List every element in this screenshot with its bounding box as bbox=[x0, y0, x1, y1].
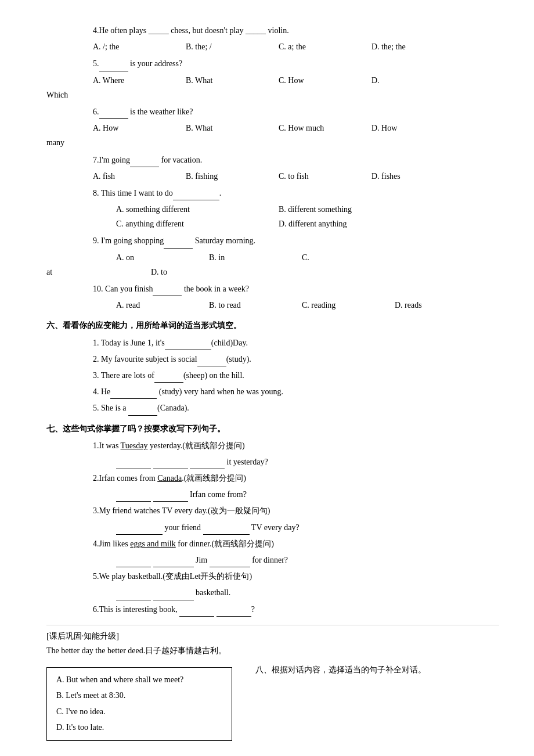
s7-q4-orig: 4.Jim likes eggs and milk for dinner.(就画… bbox=[46, 537, 499, 551]
section8-layout: A. But when and where shall we meet? B. … bbox=[46, 663, 499, 741]
q6-choice-b: B. What bbox=[186, 121, 279, 135]
section8-box: A. But when and where shall we meet? B. … bbox=[46, 663, 244, 741]
q8-choices-row2: C. anything different D. different anyth… bbox=[46, 217, 499, 231]
q8-choice-c: C. anything different bbox=[116, 217, 267, 231]
q5-choice-b: B. What bbox=[186, 73, 279, 88]
q7-text: 7.I'm going for vacation. bbox=[46, 153, 499, 167]
box-item-c: C. I've no idea. bbox=[56, 704, 222, 719]
q5-choice-d: D. bbox=[371, 73, 464, 88]
answer-options-box: A. But when and where shall we meet? B. … bbox=[46, 667, 232, 741]
section-7: 七、这些句式你掌握了吗？按要求改写下列句子。 1.It was Tuesday … bbox=[46, 422, 499, 617]
s6-q4: 4. He (study) very hard when he was youn… bbox=[46, 384, 499, 399]
s6-q5: 5. She is a (Canada). bbox=[46, 401, 499, 415]
bottom-note: [课后巩固·知能升级] The better day the better de… bbox=[46, 625, 499, 658]
s7-q1-blank: it yesterday? bbox=[46, 455, 499, 469]
section8-title: 八、根据对话内容，选择适当的句子补全对话。 bbox=[255, 665, 426, 674]
s7-q5-blank: basketball. bbox=[46, 585, 499, 600]
s7-q2-orig: 2.Irfan comes from Canada.(就画线部分提问) bbox=[46, 471, 499, 485]
q10-choice-c: C. reading bbox=[302, 298, 395, 312]
q8-choice-d: D. different anything bbox=[279, 217, 347, 231]
q7-choice-d: D. fishes bbox=[371, 169, 464, 183]
s7-q5-orig: 5.We play basketball.(变成由Let开头的祈使句) bbox=[46, 569, 499, 584]
q9-choice-b: B. in bbox=[209, 250, 302, 265]
s7-q4-blank: Jim for dinner? bbox=[46, 553, 499, 567]
q4-choice-a: A. /; the bbox=[93, 39, 186, 54]
q10-choice-b: B. to read bbox=[209, 298, 302, 312]
q5-choice-a: A. Where bbox=[93, 73, 186, 88]
question-9: 9. I'm going shopping Saturday morning. … bbox=[46, 233, 499, 279]
q4-choice-d: D. the; the bbox=[371, 39, 464, 54]
q9-choice-c: C. bbox=[302, 250, 395, 265]
q10-choice-d: D. reads bbox=[395, 298, 422, 312]
q4-text: 4.He often plays _____ chess, but doesn'… bbox=[46, 23, 499, 38]
s7-q1-orig: 1.It was Tuesday yesterday.(就画线部分提问) bbox=[46, 438, 499, 453]
q5-choice-c: C. How bbox=[279, 73, 371, 88]
section8-instruction: 八、根据对话内容，选择适当的句子补全对话。 bbox=[255, 663, 499, 677]
section-6: 六、看看你的应变能力，用所给单词的适当形式填空。 1. Today is Jun… bbox=[46, 318, 499, 415]
s7-q3-blank: your friend TV every day? bbox=[46, 520, 499, 535]
q9-choice-d: D. to bbox=[93, 265, 167, 279]
q7-choices: A. fish B. fishing C. to fish D. fishes bbox=[46, 169, 499, 183]
bottom-label: [课后巩固·知能升级] bbox=[46, 629, 499, 643]
q5-choices: A. Where B. What C. How D. bbox=[46, 73, 499, 88]
q6-text: 6. is the weather like? bbox=[46, 105, 499, 119]
s6-q2: 2. My favourite subject is social(study)… bbox=[46, 352, 499, 366]
q5-which: Which bbox=[46, 88, 499, 102]
s7-q6-orig: 6.This is interesting book, ? bbox=[46, 602, 499, 617]
q10-text: 10. Can you finish the book in a week? bbox=[46, 282, 499, 296]
bottom-proverb: The better day the better deed.日子越好事情越吉利… bbox=[46, 643, 499, 658]
s7-q3-orig: 3.My friend watches TV every day.(改为一般疑问… bbox=[46, 503, 499, 518]
q9-text: 9. I'm going shopping Saturday morning. bbox=[46, 233, 499, 248]
q6-choices: A. How B. What C. How much D. How bbox=[46, 121, 499, 135]
q10-choice-a: A. read bbox=[116, 298, 209, 312]
s6-q1: 1. Today is June 1, it's(child)Day. bbox=[46, 336, 499, 350]
q4-choice-b: B. the; / bbox=[186, 39, 279, 54]
question-6: 6. is the weather like? A. How B. What C… bbox=[46, 105, 499, 150]
box-item-d: D. It's too late. bbox=[56, 720, 222, 735]
q10-choices: A. read B. to read C. reading D. reads bbox=[46, 298, 499, 312]
box-item-a: A. But when and where shall we meet? bbox=[56, 672, 222, 687]
q9-choice-a: A. on bbox=[116, 250, 209, 265]
s7-q2-blank: Irfan come from? bbox=[46, 487, 499, 502]
question-4: 4.He often plays _____ chess, but doesn'… bbox=[46, 23, 499, 54]
q4-choices: A. /; the B. the; / C. a; the D. the; th… bbox=[46, 39, 499, 54]
q7-choice-c: C. to fish bbox=[279, 169, 371, 183]
section-8: A. But when and where shall we meet? B. … bbox=[46, 663, 499, 741]
q6-choice-a: A. How bbox=[93, 121, 186, 135]
q8-choice-a: A. something different bbox=[116, 202, 267, 217]
section6-title: 六、看看你的应变能力，用所给单词的适当形式填空。 bbox=[46, 318, 499, 333]
q5-text: 5. is your address? bbox=[46, 56, 499, 71]
question-8: 8. This time I want to do. A. something … bbox=[46, 186, 499, 232]
q9-at-d: at D. to bbox=[46, 265, 499, 279]
section7-title: 七、这些句式你掌握了吗？按要求改写下列句子。 bbox=[46, 422, 499, 436]
q6-choice-c: C. How much bbox=[279, 121, 371, 135]
question-10: 10. Can you finish the book in a week? A… bbox=[46, 282, 499, 312]
q8-text: 8. This time I want to do. bbox=[46, 186, 499, 200]
q7-choice-b: B. fishing bbox=[186, 169, 279, 183]
q6-choice-d: D. How bbox=[371, 121, 464, 135]
q7-choice-a: A. fish bbox=[93, 169, 186, 183]
q9-choices: A. on B. in C. bbox=[46, 250, 499, 265]
question-7: 7.I'm going for vacation. A. fish B. fis… bbox=[46, 153, 499, 183]
q8-choice-b: B. different something bbox=[279, 202, 352, 217]
q8-choices-row1: A. something different B. different some… bbox=[46, 202, 499, 217]
q6-many: many bbox=[46, 135, 499, 150]
s6-q3: 3. There are lots of(sheep) on the hill. bbox=[46, 368, 499, 383]
question-5: 5. is your address? A. Where B. What C. … bbox=[46, 56, 499, 102]
box-item-b: B. Let's meet at 8:30. bbox=[56, 688, 222, 703]
q4-choice-c: C. a; the bbox=[279, 39, 371, 54]
